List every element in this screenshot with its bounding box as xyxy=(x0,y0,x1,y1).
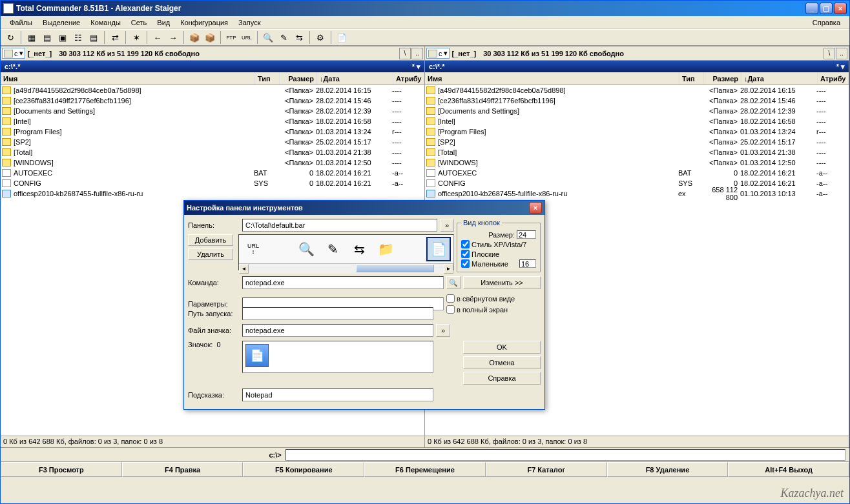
file-row[interactable]: [Program Files]<Папка>01.03.2014 13:24r-… xyxy=(425,126,849,137)
col-size[interactable]: Размер xyxy=(704,72,741,85)
col-date[interactable]: ↓Дата xyxy=(741,72,818,85)
menu-files[interactable]: Файлы xyxy=(5,17,37,28)
file-row[interactable]: [Documents and Settings]<Папка>28.02.201… xyxy=(1,106,424,116)
file-row[interactable]: CONFIGSYS018.02.2014 16:21-a-- xyxy=(1,178,424,188)
small-checkbox[interactable] xyxy=(461,259,470,268)
menu-run[interactable]: Запуск xyxy=(233,17,265,28)
maximize-button[interactable]: ▢ xyxy=(820,3,833,14)
change-button[interactable]: Изменить >> xyxy=(463,276,541,289)
swap-icon[interactable]: ⇄ xyxy=(108,30,122,45)
dialog-close-button[interactable]: × xyxy=(529,202,542,214)
target-icon[interactable]: ✶ xyxy=(129,30,143,45)
refresh-icon[interactable]: ↻ xyxy=(3,30,17,45)
forward-icon[interactable]: → xyxy=(166,30,180,45)
cancel-button[interactable]: Отмена xyxy=(463,356,541,369)
file-row[interactable]: [Documents and Settings]<Папка>28.02.201… xyxy=(425,106,849,116)
view-thumb-icon[interactable]: ▣ xyxy=(56,30,70,45)
root-button[interactable]: \ xyxy=(399,48,411,59)
notepad-icon[interactable]: 📄 xyxy=(335,30,349,45)
unpack-icon[interactable]: 📦 xyxy=(203,30,217,45)
add-button[interactable]: Добавить xyxy=(188,234,233,246)
file-row[interactable]: AUTOEXECBAT018.02.2014 16:21-a-- xyxy=(425,168,849,178)
menu-commands[interactable]: Команды xyxy=(85,17,126,28)
back-icon[interactable]: ← xyxy=(150,30,165,45)
path-bar[interactable]: c:\*.* * ▾ xyxy=(425,61,849,72)
multirename-icon[interactable]: ✎ xyxy=(276,30,291,45)
close-button[interactable]: × xyxy=(834,3,847,14)
f6-button[interactable]: F6 Перемещение xyxy=(364,462,486,477)
rename-tool-icon[interactable]: ✎ xyxy=(320,237,345,261)
file-row[interactable]: [WINDOWS]<Папка>01.03.2014 12:50---- xyxy=(425,157,849,168)
root-button[interactable]: \ xyxy=(824,48,835,59)
path-menu-icon[interactable]: * ▾ xyxy=(836,63,845,71)
file-row[interactable]: [ce236ffa831d49ff21776ef6bcfb1196]<Папка… xyxy=(425,96,849,106)
copy-tool-icon[interactable]: 📁 xyxy=(373,237,398,261)
file-row[interactable]: [Total]<Папка>01.03.2014 21:38---- xyxy=(1,147,424,157)
f8-button[interactable]: F8 Удаление xyxy=(607,462,729,477)
file-row[interactable]: [ce236ffa831d49ff21776ef6bcfb1196]<Папка… xyxy=(1,96,424,106)
col-type[interactable]: Тип xyxy=(255,72,280,85)
parent-button[interactable]: .. xyxy=(411,48,423,59)
file-row[interactable]: [WINDOWS]<Папка>01.03.2014 12:50---- xyxy=(1,157,424,168)
col-attr[interactable]: Атрибу xyxy=(393,72,424,85)
f4-button[interactable]: F4 Правка xyxy=(122,462,244,477)
col-size[interactable]: Размер xyxy=(280,72,317,85)
panel-path-input[interactable] xyxy=(242,219,437,232)
minimized-checkbox[interactable] xyxy=(446,294,455,303)
menu-config[interactable]: Конфигурация xyxy=(175,17,233,28)
file-row[interactable]: [Intel]<Папка>18.02.2014 16:58---- xyxy=(1,116,424,126)
ok-button[interactable]: OK xyxy=(463,341,541,354)
col-attr[interactable]: Атрибу xyxy=(818,72,849,85)
menu-net[interactable]: Сеть xyxy=(126,17,152,28)
url-icon[interactable]: URL xyxy=(240,30,254,45)
flat-checkbox[interactable] xyxy=(461,250,470,258)
tool-icon[interactable]: ⚙ xyxy=(313,30,327,45)
search-tool-icon[interactable]: 🔍 xyxy=(294,237,318,261)
file-row[interactable]: [SP2]<Папка>25.02.2014 15:17---- xyxy=(425,137,849,147)
icon-preview[interactable]: 📄 xyxy=(245,344,269,367)
file-row[interactable]: officesp2010-kb2687455-fullfile-x86-ru-r… xyxy=(425,188,849,199)
altf4-button[interactable]: Alt+F4 Выход xyxy=(728,462,849,477)
file-row[interactable]: [a49d784415582d2f98c84ceb0a75d898]<Папка… xyxy=(425,85,849,96)
pack-icon[interactable]: 📦 xyxy=(187,30,202,45)
toolbar-scrollbar[interactable]: ◄ ► xyxy=(239,263,453,273)
col-name[interactable]: Имя xyxy=(425,72,679,85)
f3-button[interactable]: F3 Просмотр xyxy=(1,462,122,477)
menu-view[interactable]: Вид xyxy=(152,17,175,28)
parent-button[interactable]: .. xyxy=(836,48,847,59)
command-input[interactable] xyxy=(242,276,444,289)
scroll-thumb[interactable] xyxy=(356,265,434,272)
minimize-button[interactable]: _ xyxy=(805,3,818,14)
file-row[interactable]: CONFIGSYS018.02.2014 16:21-a-- xyxy=(425,178,849,188)
search-icon[interactable]: 🔍 xyxy=(261,30,275,45)
help-button[interactable]: Справка xyxy=(463,372,541,385)
menu-selection[interactable]: Выделение xyxy=(37,17,85,28)
file-row[interactable]: [a49d784415582d2f98c84ceb0a75d898]<Папка… xyxy=(1,85,424,96)
scroll-right-button[interactable]: ► xyxy=(444,264,453,274)
file-row[interactable]: [Program Files]<Папка>01.03.2014 13:24r-… xyxy=(1,126,424,137)
drive-select[interactable]: c ▾ xyxy=(426,48,450,59)
command-browse-button[interactable]: 🔍 xyxy=(446,276,461,289)
file-row[interactable]: [Total]<Папка>01.03.2014 21:38---- xyxy=(425,147,849,157)
panel-browse-button[interactable]: » xyxy=(440,219,454,232)
small-size-input[interactable] xyxy=(519,259,536,268)
cmdline-input[interactable] xyxy=(285,449,845,461)
scroll-left-button[interactable]: ◄ xyxy=(239,264,249,274)
fullscreen-checkbox[interactable] xyxy=(446,305,455,314)
iconfile-input[interactable] xyxy=(242,324,433,337)
file-row[interactable]: officesp2010-kb2687455-fullfile-x86-ru-r… xyxy=(1,188,424,199)
delete-button[interactable]: Удалить xyxy=(188,248,233,260)
size-input[interactable] xyxy=(517,230,536,239)
f7-button[interactable]: F7 Каталог xyxy=(486,462,607,477)
iconfile-browse-button[interactable]: » xyxy=(436,324,450,337)
col-type[interactable]: Тип xyxy=(679,72,704,85)
drive-select[interactable]: c ▾ xyxy=(2,48,25,59)
view-icon[interactable]: ▤ xyxy=(87,30,101,45)
hint-input[interactable] xyxy=(242,388,433,401)
sep-tool-icon[interactable] xyxy=(400,237,424,261)
col-date[interactable]: ↓Дата xyxy=(317,72,393,85)
toolbar-icons-list[interactable]: URL↕ 🔍 ✎ ⇆ 📁 📄 ◄ ► xyxy=(238,234,454,270)
sync-icon[interactable]: ⇆ xyxy=(292,30,306,45)
file-row[interactable]: [Intel]<Папка>18.02.2014 16:58---- xyxy=(425,116,849,126)
url-tool-icon[interactable]: URL↕ xyxy=(241,237,265,261)
